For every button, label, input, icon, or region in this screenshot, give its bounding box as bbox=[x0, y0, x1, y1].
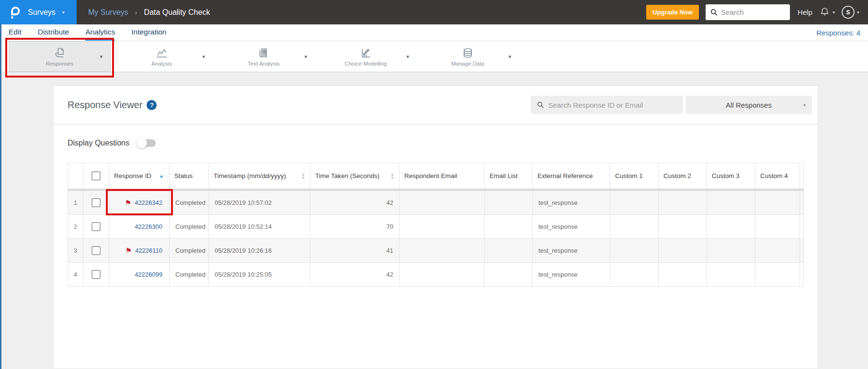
response-id-link[interactable]: 42226300 bbox=[135, 223, 162, 230]
tab-distribute[interactable]: Distribute bbox=[38, 24, 69, 41]
row-checkbox[interactable] bbox=[91, 270, 101, 279]
status-cell: Completed bbox=[170, 239, 209, 263]
chevron-down-icon: ▾ bbox=[833, 10, 835, 15]
custom1-cell bbox=[610, 190, 659, 215]
left-accent-strip bbox=[0, 24, 1, 369]
help-badge-icon[interactable]: ? bbox=[147, 100, 157, 110]
respondent-email-cell bbox=[400, 190, 485, 215]
select-all-checkbox[interactable] bbox=[91, 171, 101, 180]
topbar-right: Upgrade Now Help ▾ S ▾ bbox=[646, 4, 859, 20]
global-search[interactable] bbox=[706, 4, 790, 20]
responses-table-wrap: Response ID▲StatusTimestamp (mm/dd/yyyy)… bbox=[68, 163, 803, 287]
responses-table: Response ID▲StatusTimestamp (mm/dd/yyyy)… bbox=[68, 163, 804, 287]
analytics-toolbar: Responses▾ Analysis▾ Text Analysis▾ Choi… bbox=[0, 41, 868, 72]
table-col-custom4: Custom 4 bbox=[755, 163, 799, 190]
response-filter-dropdown[interactable]: All Responses ▾ bbox=[685, 96, 812, 114]
email-list-cell bbox=[485, 263, 533, 287]
account-menu[interactable]: S ▾ bbox=[842, 6, 859, 19]
manage-data-icon bbox=[461, 46, 474, 60]
breadcrumb-current-survey: Data Quality Check bbox=[144, 8, 210, 17]
display-questions-toggle[interactable] bbox=[137, 139, 156, 147]
panel-body: Display Questions Response ID▲StatusTime… bbox=[53, 137, 818, 287]
sort-icon[interactable]: ▲▼ bbox=[301, 173, 305, 179]
chevron-down-icon[interactable]: ▾ bbox=[62, 10, 65, 15]
toolbar-item-manage-data[interactable]: Manage Data▾ bbox=[417, 41, 519, 72]
custom4-cell bbox=[755, 263, 799, 287]
toolbar-item-label: Responses bbox=[46, 61, 74, 67]
timestamp-cell: 05/28/2019 10:25:05 bbox=[209, 263, 310, 287]
panel-divider bbox=[53, 124, 818, 124]
toolbar-item-label: Manage Data bbox=[451, 61, 484, 67]
response-search[interactable] bbox=[531, 96, 683, 114]
table-col-custom2: Custom 2 bbox=[659, 163, 707, 190]
row-checkbox[interactable] bbox=[91, 198, 101, 207]
response-search-input[interactable] bbox=[548, 101, 678, 109]
table-body: 1⚑42226342Completed05/28/2019 10:57:0242… bbox=[68, 190, 804, 287]
toggle-knob bbox=[137, 138, 147, 148]
sort-icon[interactable]: ▲▼ bbox=[390, 173, 394, 179]
response-id-link[interactable]: 42226099 bbox=[135, 271, 162, 278]
notifications-menu[interactable]: ▾ bbox=[819, 7, 835, 18]
table-col-respondent_email: Respondent Email bbox=[400, 163, 485, 190]
upgrade-now-button[interactable]: Upgrade Now bbox=[646, 5, 699, 20]
survey-nav: EditDistributeAnalyticsIntegration Respo… bbox=[0, 24, 868, 41]
breadcrumb-separator: › bbox=[135, 8, 137, 16]
row-number: 4 bbox=[68, 263, 83, 287]
tab-analytics[interactable]: Analytics bbox=[85, 24, 115, 41]
sort-ascending-icon[interactable]: ▲ bbox=[159, 173, 164, 179]
table-row: 1⚑42226342Completed05/28/2019 10:57:0242… bbox=[68, 190, 804, 215]
chevron-down-icon[interactable]: ▾ bbox=[406, 54, 409, 60]
external-reference-cell: test_response bbox=[533, 239, 610, 263]
custom1-cell bbox=[610, 215, 659, 239]
external-reference-cell: test_response bbox=[533, 190, 610, 215]
timestamp-cell: 05/28/2019 10:26:16 bbox=[209, 239, 310, 263]
email-list-cell bbox=[485, 215, 533, 239]
analysis-icon bbox=[155, 46, 168, 60]
timestamp-cell: 05/28/2019 10:57:02 bbox=[209, 190, 310, 215]
response-id-link[interactable]: 42226342 bbox=[135, 199, 162, 206]
response-id-link[interactable]: 42226110 bbox=[135, 247, 162, 254]
toolbar-item-responses[interactable]: Responses▾ bbox=[9, 41, 111, 72]
custom3-cell bbox=[707, 263, 755, 287]
global-search-input[interactable] bbox=[721, 8, 786, 16]
respondent-email-cell bbox=[400, 239, 485, 263]
response-viewer-panel: Response Viewer ? All Responses ▾ Displa… bbox=[53, 85, 818, 369]
tab-edit[interactable]: Edit bbox=[9, 24, 22, 41]
tab-integration[interactable]: Integration bbox=[131, 24, 166, 41]
table-col-timestamp[interactable]: Timestamp (mm/dd/yyyy)▲▼ bbox=[209, 163, 310, 190]
table-col-time_taken[interactable]: Time Taken (Seconds)▲▼ bbox=[310, 163, 400, 190]
chevron-down-icon[interactable]: ▾ bbox=[304, 54, 307, 60]
table-row: 242226300Completed05/28/2019 10:52:1470t… bbox=[68, 215, 804, 239]
chevron-down-icon: ▾ bbox=[857, 10, 859, 15]
table-col-num bbox=[68, 163, 83, 190]
respondent-email-cell bbox=[400, 263, 485, 287]
overflow-cell bbox=[799, 263, 804, 287]
choice-modelling-icon bbox=[359, 46, 372, 60]
toolbar-item-text-analysis[interactable]: Text Analysis▾ bbox=[213, 41, 315, 72]
custom4-cell bbox=[755, 215, 799, 239]
brand-switcher[interactable]: Surveys ▾ bbox=[0, 0, 77, 24]
product-name: Surveys bbox=[28, 8, 56, 17]
chevron-down-icon[interactable]: ▾ bbox=[202, 54, 205, 60]
nav-tabs: EditDistributeAnalyticsIntegration bbox=[9, 24, 183, 41]
row-number: 1 bbox=[68, 190, 83, 215]
toolbar-item-label: Analysis bbox=[151, 61, 172, 67]
display-questions-row: Display Questions bbox=[68, 137, 803, 149]
app-root: { "topbar": { "product": "Surveys", "bre… bbox=[0, 0, 868, 369]
status-cell: Completed bbox=[170, 190, 209, 215]
responses-count: Responses: 4 bbox=[816, 29, 860, 37]
help-link[interactable]: Help bbox=[798, 8, 812, 16]
row-checkbox[interactable] bbox=[91, 246, 101, 255]
chevron-down-icon[interactable]: ▾ bbox=[100, 54, 103, 60]
custom4-cell bbox=[755, 239, 799, 263]
time-taken-cell: 70 bbox=[310, 215, 400, 239]
toolbar-item-analysis[interactable]: Analysis▾ bbox=[111, 41, 213, 72]
search-icon bbox=[710, 8, 718, 16]
table-col-custom3: Custom 3 bbox=[707, 163, 755, 190]
chevron-down-icon[interactable]: ▾ bbox=[508, 54, 511, 60]
breadcrumb-my-surveys[interactable]: My Surveys bbox=[88, 8, 128, 17]
toolbar-item-choice-modelling[interactable]: Choice Modelling▾ bbox=[315, 41, 417, 72]
table-col-id[interactable]: Response ID▲ bbox=[109, 163, 170, 190]
table-row: 3⚑42226110Completed05/28/2019 10:26:1641… bbox=[68, 239, 804, 263]
row-checkbox[interactable] bbox=[91, 222, 101, 231]
